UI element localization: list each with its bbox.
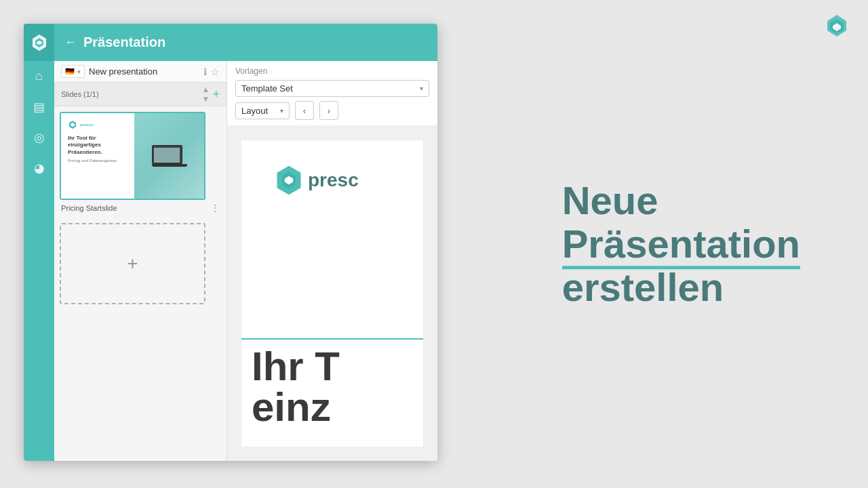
templates-panel: Vorlagen Template Set ▾ Layout ▾ ‹: [227, 61, 437, 461]
app-window: ⌂ ▤ ◎ ◕ ← Präsentation 🇩🇪 ▾: [24, 24, 437, 461]
slide-image-visual: [134, 113, 204, 199]
slide-thumb-content: presco Ihr Tool für einzigartiges Präsen…: [61, 113, 134, 199]
home-icon[interactable]: ⌂: [24, 61, 54, 92]
sidebar: ⌂ ▤ ◎ ◕: [24, 24, 54, 461]
back-button[interactable]: ←: [64, 35, 77, 49]
slides-count-area: Slides (1/1) ▲ ▼ +: [54, 83, 226, 106]
slide-logo: presco: [68, 120, 127, 129]
template-set-label: Template Set: [241, 83, 293, 94]
templates-controls: Template Set ▾: [235, 80, 429, 97]
nav-prev-button[interactable]: ‹: [295, 101, 314, 120]
big-heading: Neue Präsentation erstellen: [562, 179, 800, 308]
slides-toolbar: 🇩🇪 ▾ New presentation ℹ ☆: [54, 61, 226, 83]
slides-panel: 🇩🇪 ▾ New presentation ℹ ☆ Slides (1/1) ▲…: [54, 61, 227, 461]
big-heading-line1: Neue: [562, 179, 800, 222]
content-area: 🇩🇪 ▾ New presentation ℹ ☆ Slides (1/1) ▲…: [54, 61, 437, 461]
language-flag[interactable]: 🇩🇪 ▾: [61, 65, 85, 78]
layout-controls: Layout ▾ ‹ ›: [235, 101, 429, 120]
slide-thumb-title: Ihr Tool für einzigartiges Präsentieren.: [68, 135, 127, 156]
preview-big-text-1: Ihr T einz: [252, 346, 413, 428]
presentation-name: New presentation: [89, 66, 199, 77]
big-heading-line2-text: Präsentation: [562, 222, 800, 269]
sidebar-logo: [24, 24, 54, 61]
flag-dropdown-arrow: ▾: [77, 68, 81, 75]
info-icon[interactable]: ℹ: [203, 66, 207, 77]
slide-thumb-image: [134, 113, 204, 199]
main-panel: ← Präsentation 🇩🇪 ▾ New presentation ℹ ☆: [54, 24, 437, 461]
slides-count: Slides (1/1): [61, 90, 99, 98]
nav-next-button[interactable]: ›: [319, 101, 338, 120]
add-slide-button[interactable]: +: [212, 87, 220, 102]
preview-presco-text: presc: [308, 169, 359, 191]
flag-emoji: 🇩🇪: [65, 67, 75, 76]
slide-label-1: Pricing Startslide ⋮: [60, 200, 221, 216]
add-slide-plus-icon: +: [127, 253, 138, 274]
slide-down-arrow[interactable]: ▼: [202, 95, 210, 103]
page-title: Präsentation: [83, 35, 427, 50]
layout-dropdown[interactable]: Layout ▾: [235, 102, 290, 119]
slide-nav-arrows: ▲ ▼: [202, 85, 210, 103]
big-text-area: Neue Präsentation erstellen: [562, 179, 800, 308]
preview-bottom-text: Ihr T einz: [241, 338, 423, 447]
slide-menu-button[interactable]: ⋮: [210, 203, 220, 214]
slide-item-1[interactable]: presco Ihr Tool für einzigartiges Präsen…: [60, 112, 221, 216]
slide-up-arrow[interactable]: ▲: [202, 85, 210, 94]
add-slide-placeholder[interactable]: +: [60, 223, 205, 304]
star-icon[interactable]: ☆: [211, 66, 220, 77]
layout-arrow: ▾: [280, 107, 283, 115]
templates-label: Vorlagen: [235, 66, 429, 76]
layout-label: Layout: [241, 106, 268, 116]
folder-icon[interactable]: ▤: [24, 92, 54, 122]
slide-name-text: Pricing Startslide: [61, 204, 117, 212]
templates-header: Vorlagen Template Set ▾ Layout ▾ ‹: [227, 61, 437, 126]
preview-slide: presc Ihr T einz: [241, 140, 424, 447]
globe-icon[interactable]: ◕: [24, 152, 54, 183]
top-right-logo: [826, 14, 848, 41]
template-set-dropdown[interactable]: Template Set ▾: [235, 80, 429, 97]
big-heading-line2: Präsentation: [562, 222, 800, 266]
slide-thumbnail-1: presco Ihr Tool für einzigartiges Präsen…: [60, 112, 205, 200]
template-set-arrow: ▾: [420, 85, 423, 92]
preview-presco-logo: presc: [275, 164, 359, 197]
big-heading-line3: erstellen: [562, 266, 800, 309]
slide-preview-area: presc Ihr T einz: [227, 126, 437, 461]
slide-thumb-subtitle: Pricing und Paketangebote: [68, 159, 127, 163]
app-header: ← Präsentation: [54, 24, 437, 61]
badge-icon[interactable]: ◎: [24, 122, 54, 152]
slides-list: presco Ihr Tool für einzigartiges Präsen…: [54, 106, 226, 461]
